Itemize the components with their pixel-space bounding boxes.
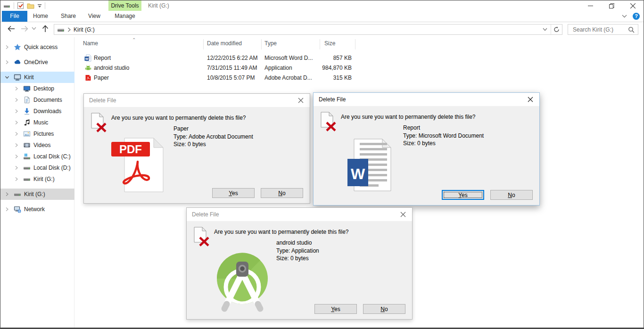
address-bar[interactable]: Kirit (G:) <box>54 24 562 35</box>
videos-icon <box>23 141 31 149</box>
minimize-ribbon-icon[interactable] <box>622 15 627 18</box>
sidebar-item-local-disk-c[interactable]: Local Disk (C:) <box>0 151 74 162</box>
tab-share[interactable]: Share <box>57 11 80 22</box>
chevron-right-icon[interactable] <box>14 154 19 159</box>
chevron-right-icon[interactable] <box>4 191 10 197</box>
yes-button[interactable]: Yes <box>314 304 357 314</box>
sidebar-item-onedrive[interactable]: OneDrive <box>0 57 74 68</box>
sidebar-item-network[interactable]: Network <box>0 204 74 215</box>
sidebar-item-downloads[interactable]: Downloads <box>0 106 74 117</box>
sidebar-item-quick-access[interactable]: Quick access <box>0 41 74 53</box>
chevron-right-icon[interactable] <box>14 176 19 182</box>
help-icon[interactable]: ? <box>633 13 640 20</box>
file-size: 857 KB <box>282 55 352 61</box>
dialog-title-bar[interactable]: Delete File <box>187 208 412 221</box>
refresh-icon[interactable] <box>551 25 562 34</box>
chevron-right-icon[interactable] <box>14 165 19 171</box>
chevron-right-icon[interactable] <box>14 108 19 114</box>
drive-icon <box>3 2 11 9</box>
sidebar-item-label: Videos <box>33 142 50 148</box>
yes-button[interactable]: Yes <box>212 188 255 198</box>
sidebar-item-label: Desktop <box>33 85 54 92</box>
tab-home[interactable]: Home <box>30 11 51 22</box>
customize-toolbar-icon[interactable] <box>37 3 42 8</box>
column-header-size[interactable]: Size <box>324 40 335 50</box>
sidebar-item-kirit-g-sub[interactable]: Kirit (G:) <box>0 173 74 185</box>
sort-ascending-icon[interactable]: ⌃ <box>132 37 136 42</box>
sidebar-item-kirit-g[interactable]: Kirit (G:) <box>0 189 74 200</box>
breadcrumb-item[interactable]: Kirit (G:) <box>74 26 95 33</box>
chevron-right-icon[interactable] <box>4 44 10 50</box>
chevron-right-icon[interactable] <box>14 97 19 103</box>
recent-locations-icon[interactable] <box>32 27 36 30</box>
explorer-window: Drive Tools Kirit (G:) File Home Share V… <box>0 0 644 329</box>
file-row-report[interactable]: w Report 12/22/2015 6:22 AM Microsoft Wo… <box>74 53 357 63</box>
word-letter-label: W <box>351 165 365 182</box>
restore-button[interactable] <box>601 0 622 11</box>
delete-file-dialog-android-studio: Delete File Are you sure you want to per… <box>186 207 413 320</box>
column-separator[interactable] <box>203 39 204 49</box>
no-button[interactable]: No <box>490 190 533 200</box>
file-name[interactable]: Report <box>94 55 111 61</box>
search-input[interactable] <box>568 25 627 34</box>
close-icon[interactable] <box>298 98 304 103</box>
navigation-bar: Kirit (G:) <box>0 22 644 37</box>
dialog-message: Are you sure you want to permanently del… <box>341 114 476 120</box>
no-button[interactable]: No <box>261 188 303 198</box>
close-icon[interactable] <box>400 212 406 217</box>
file-name[interactable]: android studio <box>94 65 129 71</box>
sidebar-item-desktop[interactable]: Desktop <box>0 83 74 94</box>
chevron-right-icon[interactable] <box>14 86 19 91</box>
file-name[interactable]: Paper <box>94 74 109 81</box>
file-row-android-studio[interactable]: android studio 7/31/2015 11:49 AM Applic… <box>74 63 357 73</box>
up-icon[interactable] <box>41 25 50 33</box>
chevron-right-icon[interactable] <box>4 206 10 212</box>
sidebar-item-label: Music <box>33 119 48 126</box>
sidebar-item-music[interactable]: Music <box>0 117 74 128</box>
column-separator[interactable] <box>320 39 320 49</box>
navigation-pane: Quick access OneDrive Kirit Desktop <box>0 37 74 328</box>
sidebar-item-pictures[interactable]: Pictures <box>0 128 74 140</box>
chevron-down-icon[interactable] <box>4 74 10 80</box>
dialog-title-bar[interactable]: Delete File <box>314 93 539 106</box>
tab-file[interactable]: File <box>2 11 27 22</box>
minimize-button[interactable] <box>580 0 601 11</box>
music-icon <box>23 119 31 126</box>
chevron-right-icon[interactable] <box>14 120 19 125</box>
chevron-right-icon[interactable] <box>14 131 19 137</box>
dialog-body: Are you sure you want to permanently del… <box>187 221 412 319</box>
close-icon[interactable] <box>528 97 533 102</box>
column-header-name[interactable]: Name <box>83 40 98 50</box>
file-info-type: Type: Adobe Acrobat Document <box>173 133 253 141</box>
column-header-date-modified[interactable]: Date modified <box>207 40 242 50</box>
sidebar-item-label: Local Disk (D:) <box>33 164 71 171</box>
chevron-right-icon[interactable] <box>4 59 10 65</box>
tab-view[interactable]: View <box>83 11 105 22</box>
chevron-right-icon[interactable] <box>14 142 19 148</box>
word-file-icon: w <box>84 54 92 62</box>
tab-manage[interactable]: Manage <box>109 11 140 22</box>
properties-icon[interactable] <box>17 2 24 9</box>
dialog-title-bar[interactable]: Delete File <box>84 94 310 107</box>
search-icon[interactable] <box>628 26 635 33</box>
address-dropdown-icon[interactable] <box>539 25 551 34</box>
drive-icon <box>57 26 65 33</box>
sidebar-item-label: Network <box>24 206 45 213</box>
forward-icon[interactable] <box>20 25 29 33</box>
close-button[interactable] <box>622 0 644 11</box>
sidebar-item-label: Kirit <box>24 74 34 81</box>
sidebar-item-documents[interactable]: Documents <box>0 94 74 106</box>
new-folder-icon[interactable] <box>27 2 34 9</box>
column-separator[interactable] <box>261 39 262 49</box>
breadcrumb-chevron-icon <box>67 27 71 32</box>
column-separator[interactable] <box>355 39 355 49</box>
yes-button[interactable]: Yes <box>442 190 484 200</box>
sidebar-item-local-disk-d[interactable]: Local Disk (D:) <box>0 162 74 173</box>
back-icon[interactable] <box>7 25 16 33</box>
sidebar-item-kirit-thispc[interactable]: Kirit <box>0 72 74 83</box>
sidebar-item-videos[interactable]: Videos <box>0 140 74 151</box>
separator <box>14 2 14 9</box>
no-button[interactable]: No <box>363 304 405 314</box>
file-row-paper[interactable]: Paper 10/8/2015 5:07 PM Adobe Acrobat D.… <box>74 73 357 83</box>
column-header-type[interactable]: Type <box>264 40 277 50</box>
